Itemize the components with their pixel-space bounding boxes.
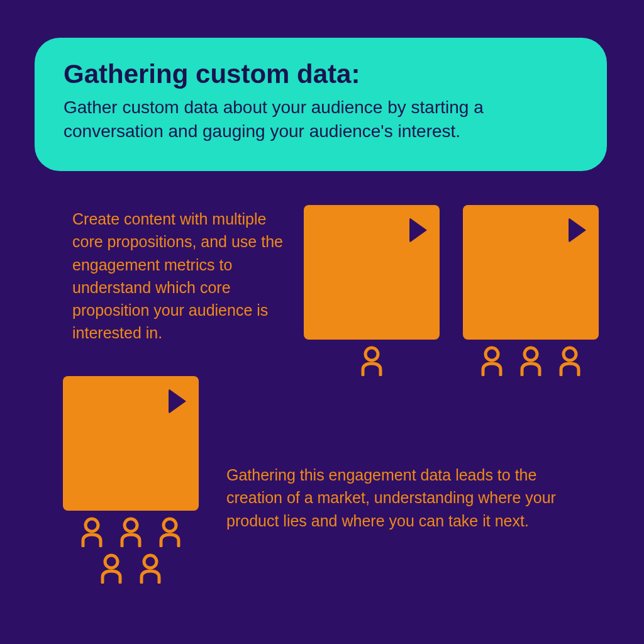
svg-point-6 bbox=[164, 519, 176, 531]
person-icon bbox=[138, 553, 163, 584]
paragraph-market: Gathering this engagement data leads to … bbox=[226, 464, 585, 532]
paragraph-propositions: Create content with multiple core propos… bbox=[72, 208, 283, 345]
play-icon bbox=[409, 218, 427, 243]
header-card: Gathering custom data: Gather custom dat… bbox=[35, 38, 607, 171]
svg-point-5 bbox=[125, 519, 137, 531]
person-icon bbox=[479, 346, 504, 376]
person-icon bbox=[157, 517, 182, 547]
header-subtitle: Gather custom data about your audience b… bbox=[64, 96, 578, 143]
svg-point-3 bbox=[564, 348, 576, 360]
svg-point-8 bbox=[144, 555, 157, 568]
person-icon bbox=[518, 346, 543, 376]
audience-group bbox=[463, 346, 599, 376]
play-icon bbox=[169, 389, 186, 414]
person-icon bbox=[79, 517, 104, 547]
header-title: Gathering custom data: bbox=[64, 59, 578, 89]
person-icon bbox=[118, 517, 143, 547]
svg-point-7 bbox=[105, 555, 118, 568]
svg-point-0 bbox=[365, 348, 378, 360]
audience-group bbox=[63, 517, 199, 584]
play-icon bbox=[569, 218, 586, 243]
svg-point-2 bbox=[525, 348, 537, 360]
video-tile bbox=[463, 205, 599, 340]
person-icon bbox=[359, 346, 384, 376]
svg-point-1 bbox=[486, 348, 498, 360]
video-tile bbox=[304, 205, 440, 340]
audience-group bbox=[304, 346, 440, 376]
svg-point-4 bbox=[86, 519, 98, 531]
person-icon bbox=[557, 346, 582, 376]
person-icon bbox=[99, 553, 124, 584]
video-tile bbox=[63, 376, 199, 511]
